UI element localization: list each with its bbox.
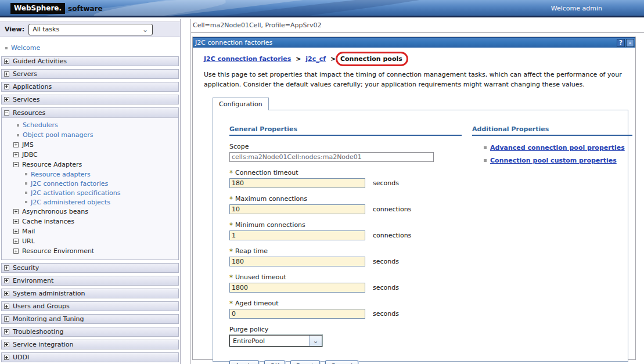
connection-pool-custom-properties-item[interactable]: Connection pool custom properties [472,157,632,164]
unit-label: seconds [373,179,399,187]
minimum-connections-field: * Minimum connections connections [229,221,462,240]
expand-plus-icon[interactable] [13,142,19,147]
sidebar-section-security[interactable]: Security [1,263,179,273]
view-bar: View: All tasks ⌄ [0,21,180,37]
collapse-icon[interactable]: - [626,39,634,47]
square-bullet-icon [484,146,487,149]
sidebar-section-service-integration[interactable]: Service integration [1,340,179,349]
collapse-minus-icon[interactable] [4,110,9,116]
breadcrumb-link-j2c-connection-factories[interactable]: J2C connection factories [204,55,291,63]
panel-title: J2C connection factories [195,39,272,46]
connection-timeout-input[interactable] [229,178,365,188]
sidebar-section-services[interactable]: Services [1,95,179,104]
unused-timeout-input[interactable] [229,283,365,293]
section-label: Guided Activities [13,57,67,65]
section-label: System administration [13,290,85,297]
expand-plus-icon[interactable] [4,291,9,296]
sidebar-item-jms[interactable]: JMS [2,140,178,150]
connection-pool-custom-properties-link[interactable]: Connection pool custom properties [490,157,617,164]
sidebar-item-jdbc[interactable]: JDBC [2,150,178,160]
sidebar-item-resource-environment[interactable]: Resource Environment [2,246,178,256]
expand-plus-icon[interactable] [4,342,9,347]
unused-timeout-label: Unused timeout [235,273,286,281]
sidebar-item-url[interactable]: URL [2,236,178,246]
expand-plus-icon[interactable] [13,219,19,224]
reset-button[interactable]: Reset [290,361,320,364]
sidebar-section-uddi[interactable]: UDDI [1,352,179,362]
sidebar-section-guided-activities[interactable]: Guided Activities [1,56,179,66]
action-buttons: Apply OK Reset Cancel [229,361,462,364]
tab-configuration[interactable]: Configuration [213,98,269,110]
sidebar-section-environment[interactable]: Environment [1,276,179,286]
sidebar: View: All tasks ⌄ Welcome Guided Activit… [0,19,181,364]
sidebar-section-troubleshooting[interactable]: Troubleshooting [1,327,179,337]
expand-plus-icon[interactable] [13,239,19,244]
sidebar-item-resource-adapters-group[interactable]: Resource Adapters [2,160,178,170]
expand-plus-icon[interactable] [13,248,19,254]
square-bullet-icon [25,201,27,203]
expand-plus-icon[interactable] [13,209,19,214]
sidebar-section-resources[interactable]: Resources [2,108,178,118]
expand-plus-icon[interactable] [4,84,9,89]
sidebar-section-monitoring-and-tuning[interactable]: Monitoring and Tuning [1,314,179,324]
expand-plus-icon[interactable] [4,329,9,334]
sidebar-item-welcome[interactable]: Welcome [0,42,180,53]
scope-input[interactable] [229,152,434,162]
sidebar-item-j2c-connection-factories[interactable]: J2C connection factories [2,179,178,188]
expand-plus-icon[interactable] [4,278,9,283]
section-label: Service integration [13,341,74,348]
expand-plus-icon[interactable] [4,59,9,64]
scope-field: Scope [229,143,462,162]
maximum-connections-field: * Maximum connections connections [229,195,462,214]
unit-label: connections [373,206,411,213]
maximum-connections-input[interactable] [229,204,365,214]
expand-plus-icon[interactable] [4,71,9,77]
expand-plus-icon[interactable] [13,152,19,157]
view-label: View: [5,26,24,33]
sidebar-item-schedulers[interactable]: Schedulers [2,120,178,130]
expand-plus-icon[interactable] [13,229,19,234]
advanced-connection-pool-properties-item[interactable]: Advanced connection pool properties [472,144,632,152]
minimum-connections-input[interactable] [229,230,365,240]
cancel-button[interactable]: Cancel [325,361,358,364]
sidebar-section-users-and-groups[interactable]: Users and Groups [1,301,179,311]
sidebar-item-j2c-activation-specifications[interactable]: J2C activation specifications [2,188,178,197]
sidebar-item-resource-adapters[interactable]: Resource adapters [2,170,178,179]
sidebar-item-cache-instances[interactable]: Cache instances [2,217,178,226]
tab-strip: Configuration [213,98,628,110]
apply-button[interactable]: Apply [229,361,259,364]
sidebar-item-object-pool-managers[interactable]: Object pool managers [2,130,178,140]
help-icon[interactable]: ? [617,39,625,47]
sidebar-section-applications[interactable]: Applications [1,82,179,92]
required-marker: * [229,275,233,280]
reap-time-label: Reap time [235,247,268,255]
breadcrumb-link-j2c-cf[interactable]: j2c_cf [305,55,326,63]
advanced-connection-pool-properties-link[interactable]: Advanced connection pool properties [490,144,625,152]
sidebar-item-mail[interactable]: Mail [2,226,178,236]
sidebar-item-j2c-administered-objects[interactable]: J2C administered objects [2,197,178,207]
expand-plus-icon[interactable] [4,355,9,360]
aged-timeout-input[interactable] [229,309,365,319]
expand-plus-icon[interactable] [4,304,9,309]
reap-time-input[interactable] [229,257,365,266]
sidebar-section-system-administration[interactable]: System administration [1,289,179,298]
connection-timeout-label: Connection timeout [235,169,298,176]
sidebar-section-servers[interactable]: Servers [1,69,179,79]
welcome-link[interactable]: Welcome [11,44,40,52]
sidebar-item-asynchronous-beans[interactable]: Asynchronous beans [2,207,178,217]
purge-policy-value: EntirePool [230,336,309,346]
scope-label: Scope [229,143,249,150]
expand-plus-icon[interactable] [4,316,9,322]
main-area: Cell=ma2Node01Cell, Profile=AppSrv02 J2C… [190,19,644,364]
unused-timeout-field: * Unused timeout seconds [229,273,462,293]
breadcrumb-separator: > [330,55,336,63]
panel-titlebar: J2C connection factories ? - [193,37,635,48]
view-dropdown[interactable]: All tasks ⌄ [28,24,153,35]
expand-plus-icon[interactable] [4,97,9,102]
aged-timeout-field: * Aged timeout seconds [229,300,462,319]
square-bullet-icon [5,47,8,49]
purge-policy-dropdown[interactable]: EntirePool ⌄ [229,335,322,347]
ok-button[interactable]: OK [264,361,285,364]
collapse-minus-icon[interactable] [13,162,19,167]
expand-plus-icon[interactable] [4,265,9,271]
